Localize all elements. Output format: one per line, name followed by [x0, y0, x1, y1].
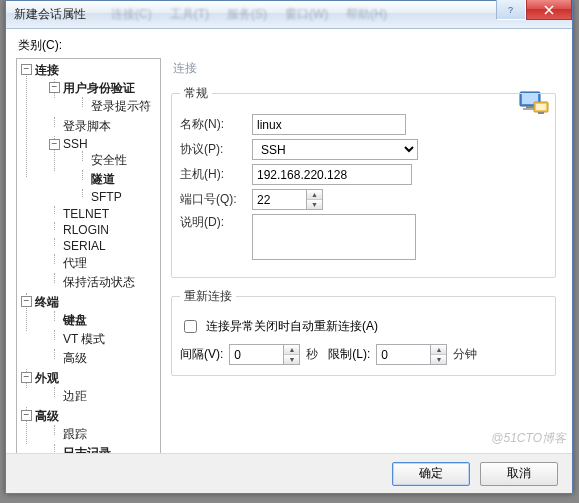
tree-terminal[interactable]: −终端 键盘 VT 模式 高级 — [21, 293, 160, 369]
tree-connection[interactable]: −连接 −用户身份验证 登录提示符 登录脚本 −SSH 安全性 隧道 SFTP — [21, 61, 160, 293]
tree-tunnel[interactable]: 隧道 — [77, 170, 160, 189]
collapse-icon[interactable]: − — [21, 296, 32, 307]
tree-keepalive[interactable]: 保持活动状态 — [49, 273, 160, 292]
port-label: 端口号(Q): — [180, 191, 252, 208]
tree-login-prompt[interactable]: 登录提示符 — [77, 97, 160, 116]
description-label: 说明(D): — [180, 214, 252, 231]
cancel-button[interactable]: 取消 — [480, 462, 558, 486]
protocol-select[interactable]: SSH — [252, 139, 418, 160]
tree-ssh[interactable]: −SSH 安全性 隧道 SFTP — [49, 136, 160, 206]
svg-text:?: ? — [508, 5, 513, 15]
host-label: 主机(H): — [180, 166, 252, 183]
ok-button[interactable]: 确定 — [392, 462, 470, 486]
spin-up-icon[interactable]: ▲ — [284, 345, 299, 355]
port-input[interactable] — [252, 189, 306, 210]
name-input[interactable] — [252, 114, 406, 135]
window-title: 新建会话属性 — [14, 6, 86, 23]
description-textarea[interactable] — [252, 214, 416, 260]
interval-label: 间隔(V): — [180, 346, 223, 363]
tree-margin[interactable]: 边距 — [49, 387, 160, 406]
tree-keyboard[interactable]: 键盘 — [49, 311, 160, 330]
tree-auth[interactable]: −用户身份验证 登录提示符 — [49, 79, 160, 117]
tree-proxy[interactable]: 代理 — [49, 254, 160, 273]
content-area: 类别(C): −连接 −用户身份验证 登录提示符 登录脚本 −SSH 安全性 — [6, 29, 572, 453]
dialog-footer: 确定 取消 — [6, 453, 572, 493]
collapse-icon[interactable]: − — [49, 82, 60, 93]
interval-input[interactable] — [229, 344, 283, 365]
settings-panel: 连接 常规 名称(N): — [169, 58, 562, 454]
spin-up-icon[interactable]: ▲ — [431, 345, 446, 355]
tree-telnet[interactable]: TELNET — [49, 206, 160, 222]
general-group: 常规 名称(N): 协议(P): SSH 主机(H): 端口号(Q): — [171, 85, 556, 278]
spin-up-icon[interactable]: ▲ — [307, 190, 322, 200]
tree-advanced[interactable]: −高级 跟踪 日志记录 ZMODEM — [21, 407, 160, 454]
spin-down-icon[interactable]: ▼ — [431, 355, 446, 364]
limit-input[interactable] — [376, 344, 430, 365]
auto-reconnect-label: 连接异常关闭时自动重新连接(A) — [206, 318, 378, 335]
collapse-icon[interactable]: − — [21, 410, 32, 421]
general-legend: 常规 — [180, 85, 212, 102]
protocol-label: 协议(P): — [180, 141, 252, 158]
seconds-unit: 秒 — [306, 346, 318, 363]
panel-header: 连接 — [173, 60, 556, 77]
tree-vt[interactable]: VT 模式 — [49, 330, 160, 349]
auto-reconnect-checkbox[interactable] — [184, 320, 197, 333]
limit-label: 限制(L): — [328, 346, 370, 363]
tree-rlogin[interactable]: RLOGIN — [49, 222, 160, 238]
category-tree[interactable]: −连接 −用户身份验证 登录提示符 登录脚本 −SSH 安全性 隧道 SFTP — [16, 58, 161, 454]
limit-spinner[interactable]: ▲▼ — [430, 344, 447, 365]
watermark: @51CTO博客 — [491, 430, 566, 447]
collapse-icon[interactable]: − — [21, 64, 32, 75]
titlebar[interactable]: 新建会话属性 连接(C)工具(T)服务(S)窗口(W)帮助(H) ? — [6, 1, 572, 29]
tree-serial[interactable]: SERIAL — [49, 238, 160, 254]
spin-down-icon[interactable]: ▼ — [284, 355, 299, 364]
category-label: 类别(C): — [18, 37, 562, 54]
help-button[interactable]: ? — [496, 0, 526, 20]
minutes-unit: 分钟 — [453, 346, 477, 363]
tree-security[interactable]: 安全性 — [77, 151, 160, 170]
tree-appearance[interactable]: −外观 边距 — [21, 369, 160, 407]
window-controls: ? — [496, 0, 572, 20]
blurred-menu: 连接(C)工具(T)服务(S)窗口(W)帮助(H) — [111, 6, 405, 23]
collapse-icon[interactable]: − — [21, 372, 32, 383]
tree-sftp[interactable]: SFTP — [77, 189, 160, 205]
name-label: 名称(N): — [180, 116, 252, 133]
host-input[interactable] — [252, 164, 412, 185]
close-button[interactable] — [526, 0, 572, 20]
reconnect-group: 重新连接 连接异常关闭时自动重新连接(A) 间隔(V): ▲▼ 秒 — [171, 288, 556, 376]
interval-spinner[interactable]: ▲▼ — [283, 344, 300, 365]
tree-trace[interactable]: 跟踪 — [49, 425, 160, 444]
tree-login-script[interactable]: 登录脚本 — [49, 117, 160, 136]
reconnect-legend: 重新连接 — [180, 288, 236, 305]
spin-down-icon[interactable]: ▼ — [307, 200, 322, 209]
dialog-window: 新建会话属性 连接(C)工具(T)服务(S)窗口(W)帮助(H) ? 类别(C)… — [5, 0, 573, 494]
tree-advanced-terminal[interactable]: 高级 — [49, 349, 160, 368]
collapse-icon[interactable]: − — [49, 139, 60, 150]
port-spinner[interactable]: ▲▼ — [306, 189, 323, 210]
